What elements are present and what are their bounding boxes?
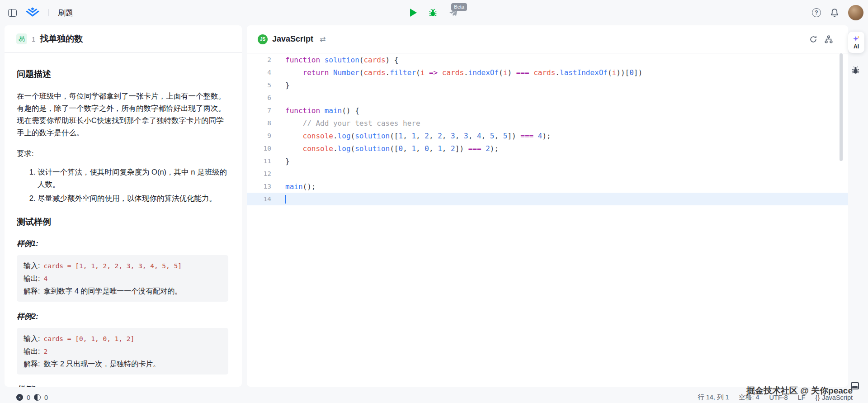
editor-scrollbar-thumb[interactable] bbox=[840, 53, 843, 161]
feedback-bug-button[interactable] bbox=[851, 66, 860, 75]
debug-button[interactable] bbox=[429, 9, 437, 17]
code-line[interactable]: 5} bbox=[247, 79, 848, 91]
code-line[interactable]: 13main(); bbox=[247, 180, 848, 193]
description-heading: 问题描述 bbox=[17, 68, 228, 80]
code-line[interactable]: 10 console.log(solution([0, 1, 0, 1, 2])… bbox=[247, 142, 848, 155]
explain-value: 数字 2 只出现一次，是独特的卡片。 bbox=[43, 360, 160, 368]
input-label: 输入: bbox=[24, 262, 40, 270]
branch-icon bbox=[825, 35, 833, 43]
input-value: cards = [1, 1, 2, 2, 3, 3, 4, 5, 5] bbox=[43, 262, 182, 270]
swap-language-icon[interactable]: ⇄ bbox=[320, 35, 326, 43]
help-button[interactable]: ? bbox=[812, 8, 821, 17]
problem-panel: 易 1 找单独的数 问题描述 在一个班级中，每位同学都拿到了一张卡片，上面有一个… bbox=[5, 25, 242, 387]
errors-count[interactable]: 0 bbox=[27, 394, 30, 401]
code-line[interactable]: 8 // Add your test cases here bbox=[247, 117, 848, 129]
structure-button[interactable] bbox=[825, 35, 833, 43]
code-line[interactable]: 11} bbox=[247, 155, 848, 167]
requirement-item: 尽量减少额外空间的使用，以体现你的算法优化能力。 bbox=[38, 192, 228, 204]
code-line[interactable]: 2function solution(cards) { bbox=[247, 53, 848, 66]
language-selector[interactable]: JS JavaScript ⇄ bbox=[258, 34, 326, 44]
editor-header: JS JavaScript ⇄ bbox=[247, 25, 848, 53]
sample-block: 输入:cards = [1, 1, 2, 2, 3, 3, 4, 5, 5] 输… bbox=[17, 255, 228, 302]
errors-icon[interactable]: × bbox=[16, 394, 23, 401]
line-number[interactable]: 14 bbox=[247, 195, 271, 203]
line-number[interactable]: 7 bbox=[247, 107, 271, 114]
code-line-text: return Number(cards.filter(i => cards.in… bbox=[271, 68, 642, 77]
line-number[interactable]: 9 bbox=[247, 132, 271, 139]
requirements-label: 要求: bbox=[17, 149, 228, 159]
problem-id: 1 bbox=[32, 35, 35, 43]
code-line-text: main(); bbox=[271, 182, 316, 191]
line-number[interactable]: 13 bbox=[247, 183, 271, 190]
sample-explain-line: 解释:数字 2 只出现一次，是独特的卡片。 bbox=[24, 358, 222, 370]
text-cursor bbox=[285, 195, 286, 204]
ai-assistant-button[interactable]: AI bbox=[848, 32, 864, 53]
code-line-text: console.log(solution([1, 1, 2, 2, 3, 3, … bbox=[271, 132, 551, 140]
code-line-text: // Add your test cases here bbox=[271, 119, 420, 128]
line-number[interactable]: 5 bbox=[247, 81, 271, 89]
topbar: 刷题 Beta bbox=[0, 0, 868, 25]
output-label: 输出: bbox=[24, 275, 40, 282]
cursor-position[interactable]: 行 14, 列 1 bbox=[698, 393, 729, 402]
sample-output-line: 输出:4 bbox=[24, 272, 222, 285]
brand-label: 刷题 bbox=[58, 8, 73, 18]
code-line-text: function solution(cards) { bbox=[271, 56, 398, 64]
line-number[interactable]: 10 bbox=[247, 145, 271, 152]
sample-label: 样例2: bbox=[17, 312, 228, 322]
explain-value: 拿到数字 4 的同学是唯一一个没有配对的。 bbox=[43, 287, 182, 295]
explain-label: 解释: bbox=[24, 360, 40, 368]
sample-input-line: 输入:cards = [1, 1, 2, 2, 3, 3, 4, 5, 5] bbox=[24, 260, 222, 272]
problem-body: 问题描述 在一个班级中，每位同学都拿到了一张卡片，上面有一个整数。有趣的是，除了… bbox=[5, 53, 242, 387]
requirements-list: 设计一个算法，使其时间复杂度为 O(n)，其中 n 是班级的人数。 尽量减少额外… bbox=[17, 166, 228, 204]
play-icon bbox=[410, 9, 417, 17]
language-name: JavaScript bbox=[272, 34, 313, 44]
sample-output-line: 输出:2 bbox=[24, 345, 222, 358]
code-line[interactable]: 12 bbox=[247, 167, 848, 180]
warnings-count[interactable]: 0 bbox=[44, 394, 48, 401]
code-line-text: } bbox=[271, 81, 290, 90]
warnings-icon[interactable] bbox=[34, 394, 41, 401]
code-line-text bbox=[271, 194, 286, 204]
requirement-item: 设计一个算法，使其时间复杂度为 O(n)，其中 n 是班级的人数。 bbox=[38, 166, 228, 190]
output-label: 输出: bbox=[24, 347, 40, 355]
code-line[interactable]: 6 bbox=[247, 91, 848, 104]
watermark: 掘金技术社区 @ 关你peace bbox=[746, 385, 853, 397]
help-icon: ? bbox=[812, 8, 821, 17]
problem-header: 易 1 找单独的数 bbox=[5, 25, 242, 53]
code-line[interactable]: 9 console.log(solution([1, 1, 2, 2, 3, 3… bbox=[247, 129, 848, 142]
output-value: 4 bbox=[43, 275, 47, 282]
explain-label: 解释: bbox=[24, 287, 40, 295]
sample-block: 输入:cards = [0, 1, 0, 1, 2] 输出:2 解释:数字 2 … bbox=[17, 328, 228, 375]
run-button[interactable] bbox=[410, 9, 417, 17]
brand-divider bbox=[48, 9, 49, 16]
line-number[interactable]: 11 bbox=[247, 157, 271, 165]
line-number[interactable]: 8 bbox=[247, 119, 271, 127]
line-number[interactable]: 12 bbox=[247, 170, 271, 177]
reset-code-button[interactable] bbox=[809, 35, 817, 43]
sample-input-line: 输入:cards = [0, 1, 0, 1, 2] bbox=[24, 332, 222, 345]
code-line[interactable]: 14 bbox=[247, 193, 848, 205]
javascript-icon: JS bbox=[258, 34, 268, 44]
code-line[interactable]: 4 return Number(cards.filter(i => cards.… bbox=[247, 66, 848, 79]
code-line[interactable]: 7function main() { bbox=[247, 104, 848, 117]
juejin-logo[interactable] bbox=[26, 7, 39, 18]
bug-icon bbox=[429, 9, 437, 17]
samples-heading: 测试样例 bbox=[17, 216, 228, 228]
sidebar-toggle-button[interactable] bbox=[8, 9, 17, 17]
notifications-button[interactable] bbox=[830, 8, 839, 17]
sidebar-toggle-icon bbox=[8, 9, 17, 17]
refresh-icon bbox=[809, 35, 817, 43]
sample-explain-line: 解释:拿到数字 4 的同学是唯一一个没有配对的。 bbox=[24, 285, 222, 297]
bell-icon bbox=[830, 8, 839, 17]
beta-badge: Beta bbox=[451, 3, 467, 11]
juejin-logo-icon bbox=[26, 7, 39, 18]
sample-label-clipped: 样例3: bbox=[17, 384, 228, 387]
line-number[interactable]: 4 bbox=[247, 69, 271, 76]
line-number[interactable]: 6 bbox=[247, 94, 271, 101]
description-text: 在一个班级中，每位同学都拿到了一张卡片，上面有一个整数。有趣的是，除了一个数字之… bbox=[17, 90, 228, 139]
user-avatar[interactable] bbox=[848, 5, 863, 20]
code-lines: 2function solution(cards) {4 return Numb… bbox=[247, 53, 848, 205]
sample-label: 样例1: bbox=[17, 239, 228, 249]
code-area[interactable]: 2function solution(cards) {4 return Numb… bbox=[247, 53, 848, 205]
line-number[interactable]: 2 bbox=[247, 56, 271, 63]
